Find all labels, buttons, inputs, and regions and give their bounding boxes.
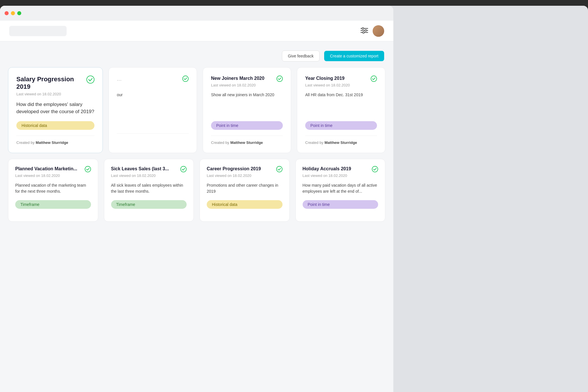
- check-icon-year-closing: [371, 76, 377, 82]
- user-avatar[interactable]: [373, 25, 384, 37]
- holiday-accruals-tag: Point in time: [303, 200, 378, 209]
- sick-leaves-tag: Timeframe: [111, 200, 187, 209]
- right-panel: [387, 6, 588, 392]
- year-closing-title: Year Closing 2019: [305, 76, 371, 81]
- new-joiners-card[interactable]: New Joiners March 2020 Last viewed on 18…: [203, 67, 291, 153]
- check-icon-new-joiners: [276, 76, 283, 82]
- planned-vacation-header: Planned Vacation Marketin...: [15, 166, 91, 172]
- give-feedback-button[interactable]: Give feedback: [282, 51, 320, 61]
- partial-card-description: our: [117, 92, 189, 128]
- sick-leaves-header: Sick Leaves Sales (last 3...: [111, 166, 187, 172]
- holiday-accruals-card[interactable]: Holiday Accruals 2019 Last viewed on 18.…: [295, 159, 386, 222]
- career-progression-description: Promotions and other career changes in 2…: [207, 182, 283, 194]
- new-joiners-title: New Joiners March 2020: [211, 76, 276, 81]
- year-closing-footer: Created by Matthew Sturridge: [305, 136, 377, 145]
- year-closing-description: All HR data from Dec. 31st 2019: [305, 92, 377, 115]
- svg-point-13: [372, 166, 378, 172]
- sick-leaves-date: Last viewed on 18.02.2020: [111, 173, 187, 178]
- career-progression-tag: Historical data: [207, 200, 283, 209]
- new-joiners-author: Matthew Sturridge: [230, 140, 263, 145]
- check-icon-career-progression: [276, 166, 283, 172]
- svg-point-9: [371, 76, 377, 82]
- check-icon-sick-leaves: [180, 166, 187, 172]
- close-button[interactable]: [5, 11, 9, 15]
- year-closing-date: Last viewed on 18.02.2020: [305, 83, 377, 87]
- year-closing-tag: Point in time: [305, 121, 377, 130]
- featured-card-footer: Created by Matthew Sturridge: [16, 136, 94, 145]
- bottom-cards-grid: Planned Vacation Marketin... Last viewed…: [8, 159, 385, 222]
- new-joiners-header: New Joiners March 2020: [211, 76, 283, 82]
- year-closing-footer-prefix: Created by: [305, 140, 324, 145]
- check-icon-partial: [182, 76, 189, 82]
- svg-point-3: [362, 28, 364, 29]
- planned-vacation-tag: Timeframe: [15, 200, 91, 209]
- partial-card-ellipsis: ...: [117, 76, 122, 82]
- holiday-accruals-date: Last viewed on 18.02.2020: [303, 173, 378, 178]
- partial-card-date: [117, 83, 189, 87]
- featured-card-header: Salary Progression 2019: [16, 76, 94, 91]
- check-icon-holiday-accruals: [372, 166, 378, 172]
- new-joiners-footer: Created by Matthew Sturridge: [211, 136, 283, 145]
- svg-point-5: [363, 32, 364, 33]
- sick-leaves-card[interactable]: Sick Leaves Sales (last 3... Last viewed…: [104, 159, 194, 222]
- sick-leaves-description: All sick leaves of sales employees withi…: [111, 182, 187, 194]
- featured-card-description: How did the employees' salary developed …: [16, 101, 94, 115]
- year-closing-author: Matthew Sturridge: [324, 140, 357, 145]
- check-icon: [86, 76, 94, 84]
- new-joiners-description: Show all new joiners in March 2020: [211, 92, 283, 115]
- minimize-button[interactable]: [11, 11, 15, 15]
- new-joiners-tag: Point in time: [211, 121, 283, 130]
- featured-card-author: Matthew Sturridge: [36, 140, 68, 145]
- main-content: Give feedback Create a customized report…: [0, 41, 393, 231]
- create-report-button[interactable]: Create a customized report: [324, 51, 384, 61]
- check-icon-planned-vacation: [85, 166, 91, 172]
- new-joiners-date: Last viewed on 18.02.2020: [211, 83, 283, 87]
- svg-point-7: [183, 76, 188, 82]
- featured-card-date: Last viewed on 18.02.2020: [16, 92, 94, 96]
- browser-window: Give feedback Create a customized report…: [0, 6, 393, 392]
- top-cards-grid: Salary Progression 2019 Last viewed on 1…: [8, 67, 385, 153]
- partial-card[interactable]: ... our: [109, 67, 197, 153]
- holiday-accruals-title: Holiday Accruals 2019: [303, 166, 372, 171]
- header-right: [361, 25, 384, 37]
- header-bar: [0, 21, 393, 41]
- featured-card-tag: Historical data: [16, 121, 94, 130]
- planned-vacation-date: Last viewed on 18.02.2020: [15, 173, 91, 178]
- action-bar: Give feedback Create a customized report: [8, 51, 385, 61]
- partial-card-footer: [117, 133, 189, 145]
- planned-vacation-card[interactable]: Planned Vacation Marketin... Last viewed…: [8, 159, 98, 222]
- search-input[interactable]: [9, 26, 67, 36]
- featured-card-footer-prefix: Created by: [16, 140, 36, 145]
- svg-point-8: [277, 76, 283, 82]
- career-progression-card[interactable]: Career Progression 2019 Last viewed on 1…: [200, 159, 290, 222]
- new-joiners-footer-prefix: Created by: [211, 140, 230, 145]
- svg-point-11: [181, 166, 186, 172]
- career-progression-header: Career Progression 2019: [207, 166, 283, 172]
- sick-leaves-title: Sick Leaves Sales (last 3...: [111, 166, 181, 171]
- svg-point-10: [85, 166, 91, 172]
- svg-point-12: [276, 166, 282, 172]
- year-closing-card[interactable]: Year Closing 2019 Last viewed on 18.02.2…: [297, 67, 385, 153]
- maximize-button[interactable]: [17, 11, 21, 15]
- planned-vacation-description: Planned vacation of the marketing team f…: [15, 182, 91, 194]
- partial-card-header: ...: [117, 76, 189, 82]
- year-closing-header: Year Closing 2019: [305, 76, 377, 82]
- svg-point-4: [365, 30, 367, 31]
- career-progression-title: Career Progression 2019: [207, 166, 276, 171]
- career-progression-date: Last viewed on 18.02.2020: [207, 173, 283, 178]
- holiday-accruals-description: How many paid vacation days of all activ…: [303, 182, 378, 194]
- featured-card[interactable]: Salary Progression 2019 Last viewed on 1…: [8, 67, 103, 153]
- holiday-accruals-header: Holiday Accruals 2019: [303, 166, 378, 172]
- svg-point-6: [87, 76, 94, 83]
- title-bar: [0, 6, 393, 21]
- featured-card-title: Salary Progression 2019: [16, 76, 86, 91]
- planned-vacation-title: Planned Vacation Marketin...: [15, 166, 85, 171]
- filter-icon[interactable]: [361, 27, 368, 35]
